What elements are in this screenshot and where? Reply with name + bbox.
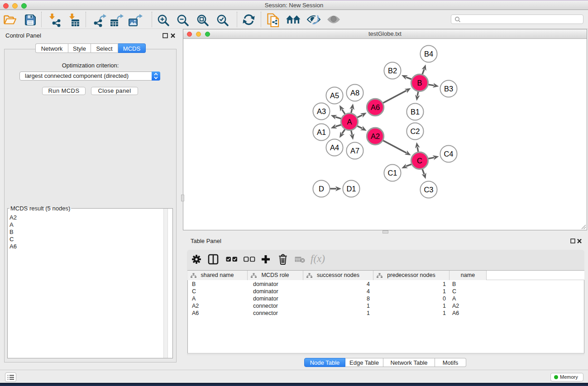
svg-text:B3: B3 (444, 85, 453, 93)
svg-text:A4: A4 (330, 143, 339, 152)
svg-text:B1: B1 (411, 108, 420, 116)
svg-text:C4: C4 (444, 150, 453, 158)
svg-text:B: B (417, 79, 422, 87)
svg-text:A2: A2 (371, 132, 380, 140)
svg-text:A: A (347, 118, 352, 126)
svg-text:C3: C3 (424, 186, 433, 194)
svg-text:A5: A5 (330, 91, 339, 100)
svg-text:A8: A8 (350, 89, 359, 97)
svg-text:A1: A1 (317, 128, 326, 136)
svg-text:D1: D1 (346, 185, 356, 193)
svg-text:C: C (417, 157, 422, 165)
svg-text:C2: C2 (410, 127, 420, 135)
svg-text:B4: B4 (424, 50, 433, 58)
svg-text:C1: C1 (387, 169, 397, 177)
svg-text:B2: B2 (388, 67, 397, 75)
svg-text:A7: A7 (350, 147, 359, 155)
svg-text:D: D (319, 185, 324, 193)
svg-text:A3: A3 (317, 107, 326, 115)
svg-text:A6: A6 (371, 103, 380, 111)
